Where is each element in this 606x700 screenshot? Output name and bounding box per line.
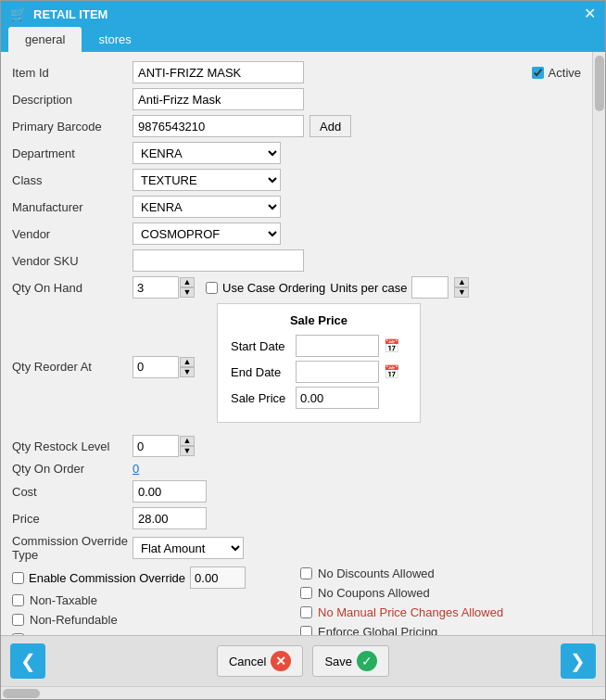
enable-commission-row: Enable Commission Override bbox=[12, 566, 293, 589]
qty-on-order-value[interactable]: 0 bbox=[133, 462, 139, 476]
left-checkboxes: Enable Commission Override Non-Taxable N… bbox=[12, 566, 300, 635]
manufacturer-row: Manufacturer KENRA bbox=[12, 196, 581, 218]
checkboxes-two-col: Enable Commission Override Non-Taxable N… bbox=[12, 566, 581, 635]
units-per-case-input[interactable] bbox=[411, 276, 448, 299]
tab-stores[interactable]: stores bbox=[82, 27, 147, 52]
cancel-button[interactable]: Cancel ✕ bbox=[217, 645, 303, 677]
tab-general[interactable]: general bbox=[8, 27, 82, 52]
save-button[interactable]: Save ✓ bbox=[312, 645, 389, 677]
qty-reorder-down[interactable]: ▼ bbox=[180, 367, 195, 377]
vendor-label: Vendor bbox=[12, 227, 133, 241]
enforce-global-pricing-row: Enforce Global Pricing bbox=[300, 625, 581, 635]
primary-barcode-label: Primary Barcode bbox=[12, 120, 133, 134]
tabs-bar: general stores bbox=[1, 27, 605, 52]
cost-row: Cost bbox=[12, 480, 581, 503]
qty-on-hand-input[interactable] bbox=[133, 276, 179, 299]
footer-actions: Cancel ✕ Save ✓ bbox=[217, 645, 389, 677]
qty-on-hand-spinner: ▲ ▼ bbox=[180, 277, 195, 298]
qty-restock-up[interactable]: ▲ bbox=[180, 436, 195, 446]
department-select[interactable]: KENRA bbox=[133, 142, 281, 164]
window-title: RETAIL ITEM bbox=[33, 7, 107, 21]
vendor-sku-row: Vendor SKU bbox=[12, 249, 581, 272]
no-discounts-row: No Discounts Allowed bbox=[300, 566, 581, 580]
enforce-global-pricing-checkbox[interactable] bbox=[300, 626, 312, 635]
vendor-select[interactable]: COSMOPROF bbox=[133, 223, 281, 245]
manufacturer-select[interactable]: KENRA bbox=[133, 196, 281, 218]
price-label: Price bbox=[12, 512, 133, 526]
price-row: Price bbox=[12, 507, 581, 529]
case-ordering-group: Use Case Ordering Units per case ▲ ▼ bbox=[206, 276, 469, 299]
add-barcode-button[interactable]: Add bbox=[309, 115, 351, 137]
no-discounts-checkbox[interactable] bbox=[300, 567, 312, 579]
horizontal-scrollbar[interactable] bbox=[1, 686, 605, 699]
scrollbar-thumb[interactable] bbox=[595, 56, 604, 111]
title-bar-left: 🛒 RETAIL ITEM bbox=[10, 6, 107, 21]
class-select[interactable]: TEXTURE bbox=[133, 169, 281, 191]
no-coupons-row: No Coupons Allowed bbox=[300, 586, 581, 600]
primary-barcode-row: Primary Barcode Add bbox=[12, 115, 581, 137]
commission-override-select[interactable]: Flat Amount Percentage None bbox=[133, 537, 244, 559]
cancel-label: Cancel bbox=[229, 655, 266, 668]
enable-commission-label: Enable Commission Override bbox=[29, 571, 185, 585]
next-button[interactable]: ❯ bbox=[561, 643, 596, 679]
no-manual-price-label: No Manual Price Changes Allowed bbox=[318, 605, 503, 619]
title-bar: 🛒 RETAIL ITEM ✕ bbox=[1, 1, 605, 27]
sale-price-box: Sale Price Start Date 📅 End Date 📅 Sale … bbox=[217, 303, 421, 423]
primary-barcode-input[interactable] bbox=[133, 115, 304, 137]
non-refundable-checkbox[interactable] bbox=[12, 614, 24, 626]
start-date-calendar-icon[interactable]: 📅 bbox=[384, 338, 399, 353]
qty-on-hand-down[interactable]: ▼ bbox=[180, 287, 195, 298]
sale-price-row: Sale Price bbox=[231, 387, 407, 409]
class-row: Class TEXTURE bbox=[12, 169, 581, 191]
enable-commission-checkbox[interactable] bbox=[12, 572, 24, 584]
no-coupons-checkbox[interactable] bbox=[300, 587, 312, 599]
end-date-label: End Date bbox=[231, 365, 296, 379]
commission-override-label: Commission Override Type bbox=[12, 534, 133, 562]
use-case-ordering-checkbox[interactable] bbox=[206, 282, 218, 294]
cancel-icon: ✕ bbox=[271, 651, 291, 671]
end-date-input[interactable] bbox=[296, 361, 379, 383]
save-label: Save bbox=[324, 655, 352, 668]
sale-price-input[interactable] bbox=[296, 387, 379, 409]
units-up[interactable]: ▲ bbox=[454, 277, 469, 287]
end-date-calendar-icon[interactable]: 📅 bbox=[384, 364, 399, 379]
close-button[interactable]: ✕ bbox=[584, 6, 596, 21]
prev-button[interactable]: ❮ bbox=[10, 643, 45, 679]
item-id-input[interactable] bbox=[133, 61, 304, 83]
no-discounts-label: No Discounts Allowed bbox=[318, 566, 435, 580]
qty-reorder-label: Qty Reorder At bbox=[12, 360, 133, 374]
vendor-row: Vendor COSMOPROF bbox=[12, 223, 581, 245]
vendor-sku-label: Vendor SKU bbox=[12, 254, 133, 268]
units-down[interactable]: ▼ bbox=[454, 287, 469, 298]
description-input[interactable] bbox=[133, 88, 304, 110]
qty-reorder-up[interactable]: ▲ bbox=[180, 357, 195, 367]
item-id-label: Item Id bbox=[12, 66, 133, 80]
enable-commission-input[interactable] bbox=[190, 566, 246, 589]
qty-restock-row: Qty Restock Level ▲ ▼ bbox=[12, 435, 581, 457]
non-taxable-checkbox[interactable] bbox=[12, 594, 24, 606]
description-label: Description bbox=[12, 93, 133, 107]
item-id-row: Item Id Active bbox=[12, 61, 581, 83]
vertical-scrollbar[interactable] bbox=[592, 52, 605, 635]
active-label: Active bbox=[549, 66, 581, 80]
qty-restock-input[interactable] bbox=[133, 435, 179, 457]
qty-restock-down[interactable]: ▼ bbox=[180, 446, 195, 456]
no-manual-price-row: No Manual Price Changes Allowed bbox=[300, 605, 581, 619]
qty-on-hand-up[interactable]: ▲ bbox=[180, 277, 195, 287]
sale-price-title: Sale Price bbox=[231, 313, 407, 327]
qty-on-hand-row: Qty On Hand ▲ ▼ Use Case Ordering Units … bbox=[12, 276, 581, 299]
qty-reorder-input[interactable] bbox=[133, 356, 179, 378]
vendor-sku-input[interactable] bbox=[133, 249, 304, 272]
start-date-input[interactable] bbox=[296, 335, 379, 357]
non-refundable-row: Non-Refundable bbox=[12, 613, 293, 627]
non-taxable-label: Non-Taxable bbox=[30, 593, 97, 607]
qty-restock-label: Qty Restock Level bbox=[12, 439, 133, 453]
cost-input[interactable] bbox=[133, 480, 207, 503]
class-label: Class bbox=[12, 173, 133, 187]
active-checkbox[interactable] bbox=[532, 67, 544, 79]
non-taxable-row: Non-Taxable bbox=[12, 593, 293, 607]
h-scrollbar-thumb[interactable] bbox=[3, 689, 40, 698]
use-case-ordering-label: Use Case Ordering bbox=[222, 281, 325, 295]
no-manual-price-checkbox[interactable] bbox=[300, 606, 312, 618]
price-input[interactable] bbox=[133, 507, 207, 529]
